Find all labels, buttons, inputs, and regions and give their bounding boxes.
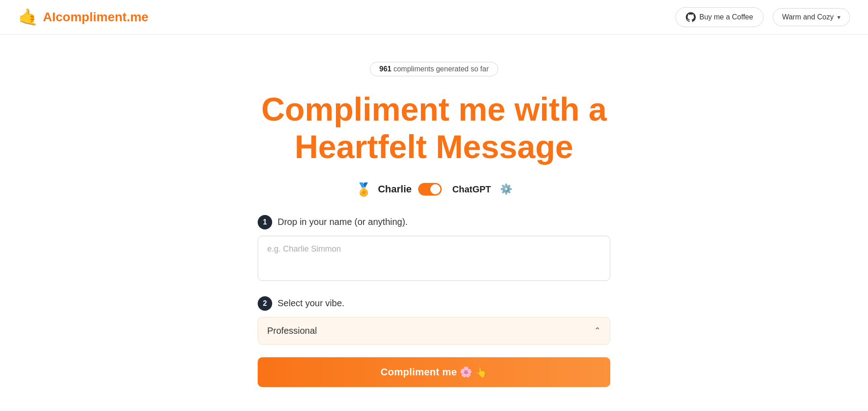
- step2-text: Select your vibe.: [278, 298, 344, 308]
- header: 🤙 AIcompliment.me Buy me a Coffee Warm a…: [0, 0, 868, 35]
- header-right: Buy me a Coffee Warm and Cozy ▾: [675, 7, 850, 27]
- step2-label: 2 Select your vibe.: [258, 296, 610, 311]
- theme-dropdown-button[interactable]: Warm and Cozy ▾: [773, 8, 850, 26]
- vibe-select-dropdown[interactable]: Professional ⌃: [258, 317, 610, 345]
- step1-number: 1: [258, 215, 272, 229]
- hero-title: Compliment me with a Heartfelt Message: [261, 91, 607, 166]
- toggle-knob: [430, 184, 440, 194]
- vibe-selected-label: Professional: [267, 326, 317, 336]
- step1-label: 1 Drop in your name (or anything).: [258, 215, 610, 229]
- step2-number: 2: [258, 296, 272, 311]
- chevron-down-icon: ▾: [837, 14, 840, 21]
- compliment-submit-button[interactable]: Compliment me 🌸 👆: [258, 357, 610, 387]
- main-content: 961 compliments generated so far Complim…: [0, 35, 868, 405]
- name-emoji: 🏅: [356, 182, 372, 197]
- counter-badge: 961 compliments generated so far: [370, 62, 498, 76]
- hero-title-line2: Heartfelt Message: [295, 129, 573, 165]
- hero-title-line1: Compliment me with a: [261, 91, 607, 127]
- settings-icon[interactable]: ⚙️: [500, 183, 512, 195]
- github-icon: [686, 12, 696, 22]
- logo-emoji: 🤙: [18, 8, 38, 27]
- logo-area: 🤙 AIcompliment.me: [18, 8, 148, 27]
- counter-suffix: compliments generated so far: [392, 65, 489, 73]
- logo-text: AIcompliment.me: [43, 10, 148, 24]
- name-toggle-row: 🏅 Charlie ChatGPT ⚙️: [356, 182, 512, 197]
- name-input[interactable]: [258, 236, 610, 281]
- chatgpt-label: ChatGPT: [453, 184, 491, 195]
- step1-text: Drop in your name (or anything).: [278, 217, 408, 227]
- buy-coffee-button[interactable]: Buy me a Coffee: [675, 7, 764, 27]
- toggle-wrapper: [418, 183, 442, 196]
- buy-coffee-label: Buy me a Coffee: [699, 13, 753, 21]
- vibe-chevron-icon: ⌃: [594, 326, 601, 336]
- charlie-name-label: Charlie: [378, 183, 412, 195]
- form-section: 1 Drop in your name (or anything). 2 Sel…: [258, 215, 610, 387]
- chatgpt-toggle[interactable]: [418, 183, 442, 196]
- theme-label: Warm and Cozy: [782, 13, 834, 21]
- counter-count: 961: [379, 65, 392, 73]
